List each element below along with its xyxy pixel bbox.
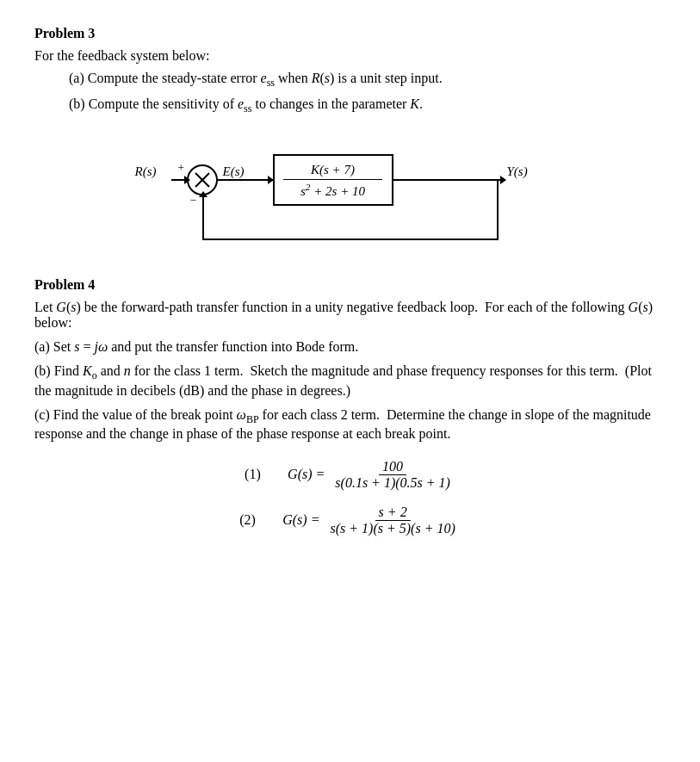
problem4-part-a: (a) Set s = jω and put the transfer func… [34,339,666,355]
problem4-title: Problem 4 [34,277,666,293]
eq2-numerator: s + 2 [375,505,411,521]
eq1-gs: G(s) = [288,467,325,482]
problem3-title: Problem 3 [34,26,666,41]
eq2-denominator: s(s + 1)(s + 5)(s + 10) [326,521,458,536]
eq1-numerator: 100 [379,459,406,475]
eq2-label: (2) [239,512,265,528]
eq2-fraction: s + 2 s(s + 1)(s + 5)(s + 10) [326,505,458,536]
input-label: R(s) [135,164,157,179]
feedback-line-bottom [202,239,499,240]
feedback-line-right [497,180,499,240]
tf-numerator: K(s + 7) [311,162,355,177]
minus-sign: − [190,194,196,208]
feedback-line-left [202,195,204,239]
plus-sign: + [178,161,184,175]
block-diagram: R(s) + − E(s) K [34,141,666,253]
problem4-part-c: (c) Find the value of the break point ωB… [34,407,666,442]
problem3-parts: (a) Compute the steady-state error ess w… [69,71,666,115]
eq1-label: (1) [245,467,270,482]
eq1-fraction: 100 s(0.1s + 1)(0.5s + 1) [331,459,454,491]
arrow-box-to-output [393,179,505,181]
error-label: E(s) [223,164,245,179]
equation2-line: (2) G(s) = s + 2 s(s + 1)(s + 5)(s + 10) [34,505,666,536]
problem4-intro: Let G(s) be the forward-path transfer fu… [34,300,666,331]
eq2-gs: G(s) = [282,512,319,528]
output-label: Y(s) [507,164,528,179]
problem3-intro: For the feedback system below: [34,48,666,64]
problem3-part-a: (a) Compute the steady-state error ess w… [69,71,666,90]
eq1-denominator: s(0.1s + 1)(0.5s + 1) [331,475,454,491]
problem3-section: Problem 3 For the feedback system below:… [34,26,666,253]
problem3-part-b: (b) Compute the sensitivity of ess to ch… [69,96,666,115]
arrow-sum-to-box [218,179,273,181]
tf-box: K(s + 7) s2 + 2s + 10 [273,154,393,206]
diagram-inner: R(s) + − E(s) K [127,146,574,249]
problem4-section: Problem 4 Let G(s) be the forward-path t… [34,277,666,536]
problem4-part-b: (b) Find Ko and n for the class 1 term. … [34,363,666,398]
tf-divider-line [283,179,383,180]
tf-denominator: s2 + 2s + 10 [300,182,365,199]
sum-junction-x-icon [192,170,213,190]
equation1-line: (1) G(s) = 100 s(0.1s + 1)(0.5s + 1) [34,459,666,491]
arrowhead-feedback [199,191,208,197]
arrowhead-output [500,176,506,184]
